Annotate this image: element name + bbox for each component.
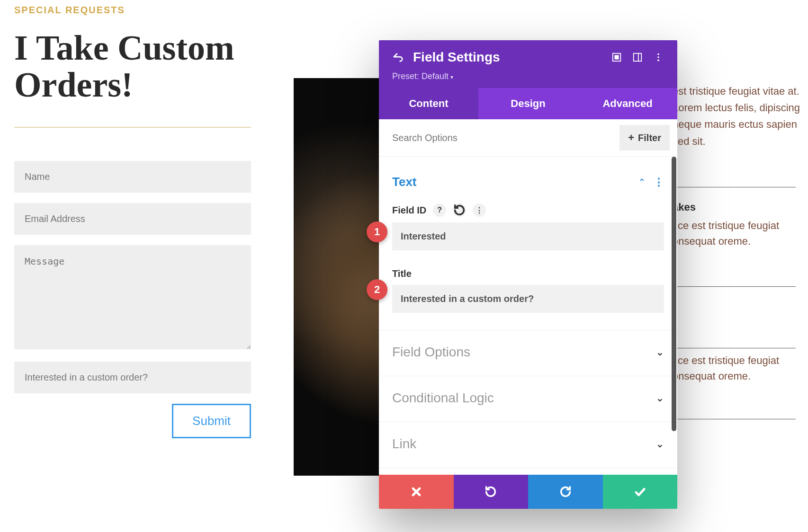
help-icon[interactable]: ? — [433, 204, 446, 217]
section-link[interactable]: Link ⌄ — [392, 424, 664, 464]
svg-rect-1 — [615, 55, 618, 59]
modal-footer — [379, 475, 677, 509]
section-field-options-title: Field Options — [392, 345, 656, 360]
eyebrow-text: SPECIAL REQUESTS — [14, 5, 251, 16]
redo-button[interactable] — [528, 475, 603, 509]
svg-point-5 — [657, 56, 659, 58]
section-link-title: Link — [392, 436, 656, 452]
right-divider-4 — [673, 419, 796, 419]
svg-point-6 — [657, 60, 659, 62]
chevron-down-icon: ⌄ — [656, 346, 664, 358]
search-row: + Filter — [379, 119, 677, 157]
filter-label: Filter — [638, 133, 661, 143]
field-kebab-icon[interactable]: ⋮ — [473, 204, 486, 217]
title-label-row: Title — [392, 268, 664, 279]
modal-header: Field Settings Preset: Default▾ — [379, 40, 677, 88]
modal-tabs: Content Design Advanced — [379, 88, 677, 119]
field-id-input[interactable] — [392, 222, 664, 250]
scrollbar-thumb[interactable] — [672, 157, 676, 431]
section-text-title: Text — [392, 175, 638, 189]
right-para: est tristique feugiat vitae at. Lorem le… — [673, 83, 805, 150]
section-text-header[interactable]: Text ⌃ ⋮ — [392, 165, 664, 199]
modal-title: Field Settings — [413, 50, 602, 65]
title-label: Title — [392, 268, 412, 279]
annotation-badge-2: 2 — [367, 279, 387, 300]
section-field-options[interactable]: Field Options ⌄ — [392, 332, 664, 372]
cancel-button[interactable] — [379, 475, 454, 509]
separator — [379, 422, 677, 422]
right-item-body-2: sce est tristique feugiat onsequat oreme… — [673, 353, 796, 384]
annotation-badge-1: 1 — [367, 222, 387, 242]
section-conditional-logic[interactable]: Conditional Logic ⌄ — [392, 378, 664, 418]
section-kebab-icon[interactable]: ⋮ — [654, 176, 664, 188]
separator — [379, 330, 677, 330]
reset-icon[interactable] — [453, 204, 466, 217]
dock-icon[interactable] — [632, 52, 643, 63]
left-column: SPECIAL REQUESTS I Take Custom Orders! S… — [14, 0, 251, 438]
right-divider-3 — [673, 348, 796, 348]
preset-label: Preset: Default — [392, 71, 449, 81]
svg-point-4 — [657, 53, 659, 55]
message-textarea[interactable] — [14, 245, 251, 349]
tab-content[interactable]: Content — [379, 88, 478, 119]
field-settings-modal: Field Settings Preset: Default▾ Content … — [379, 40, 677, 509]
modal-scroll-area[interactable]: Text ⌃ ⋮ Field ID ? ⋮ Title Field Option… — [379, 157, 677, 475]
preset-selector[interactable]: Preset: Default▾ — [392, 71, 664, 81]
search-options-input[interactable] — [386, 126, 614, 150]
right-item-body-1: sce est tristique feugiat onsequat oreme… — [673, 218, 796, 249]
filter-button[interactable]: + Filter — [619, 125, 670, 151]
separator — [379, 376, 677, 376]
right-divider-1 — [673, 187, 796, 187]
kebab-menu-icon[interactable] — [653, 52, 664, 63]
separator — [379, 468, 677, 468]
svg-rect-2 — [634, 53, 642, 62]
divider — [14, 127, 251, 128]
section-background[interactable]: Background ⌄ — [392, 470, 664, 475]
email-input[interactable] — [14, 203, 251, 235]
expand-icon[interactable] — [611, 52, 622, 63]
right-divider-2 — [673, 286, 796, 287]
chevron-up-icon: ⌃ — [638, 177, 646, 188]
chevron-down-icon: ⌄ — [656, 392, 664, 404]
chevron-down-icon: ⌄ — [656, 438, 664, 450]
back-icon[interactable] — [392, 52, 404, 63]
field-id-label-row: Field ID ? ⋮ — [392, 204, 664, 217]
title-input[interactable] — [392, 285, 664, 313]
chevron-down-icon: ▾ — [450, 74, 453, 80]
field-id-label: Field ID — [392, 205, 426, 216]
tab-design[interactable]: Design — [478, 88, 578, 119]
submit-button[interactable]: Submit — [172, 404, 251, 438]
tab-advanced[interactable]: Advanced — [578, 88, 677, 119]
name-input[interactable] — [14, 161, 251, 193]
undo-button[interactable] — [454, 475, 529, 509]
scrollbar[interactable] — [672, 157, 676, 475]
interested-input[interactable] — [14, 362, 251, 393]
page-headline: I Take Custom Orders! — [14, 30, 251, 103]
save-button[interactable] — [603, 475, 678, 509]
section-conditional-logic-title: Conditional Logic — [392, 390, 656, 406]
plus-icon: + — [628, 132, 634, 144]
